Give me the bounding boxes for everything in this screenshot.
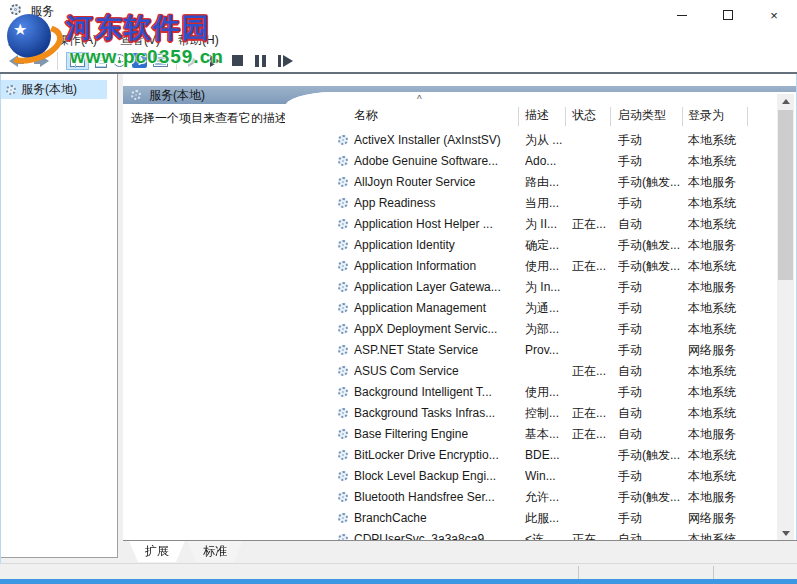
- maximize-button[interactable]: [705, 0, 751, 30]
- minimize-button[interactable]: [659, 0, 705, 30]
- service-gear-icon: [338, 198, 348, 208]
- table-row[interactable]: Background Intelligent T...使用...手动本地系统: [285, 382, 796, 403]
- column-divider[interactable]: [747, 107, 748, 126]
- cell-startup: 手动: [618, 319, 680, 340]
- cell-name: Application Host Helper ...: [354, 214, 516, 235]
- service-gear-icon: [338, 408, 348, 418]
- tab-extended[interactable]: 扩展: [129, 541, 185, 562]
- table-row[interactable]: Adobe Genuine Software...Ado...手动本地系统: [285, 151, 796, 172]
- table-row[interactable]: AllJoyn Router Service路由...手动(触发...本地服务: [285, 172, 796, 193]
- pause-service-button[interactable]: [255, 55, 266, 67]
- menu-help[interactable]: 帮助(H): [178, 32, 219, 49]
- table-row[interactable]: Base Filtering Engine基本...正在...自动本地服务: [285, 424, 796, 445]
- cell-desc: 为 II...: [525, 214, 569, 235]
- stop-service-button[interactable]: [232, 55, 243, 66]
- cell-startup: 手动: [618, 151, 680, 172]
- vertical-scrollbar[interactable]: [777, 94, 794, 540]
- service-gear-icon: [338, 471, 348, 481]
- cell-status: [572, 466, 616, 487]
- table-row[interactable]: ASP.NET State ServiceProv...手动网络服务: [285, 340, 796, 361]
- menu-action[interactable]: 操作(A): [57, 32, 97, 49]
- cell-name: ActiveX Installer (AxInstSV): [354, 130, 516, 151]
- column-divider[interactable]: [682, 107, 683, 126]
- cell-status: [572, 382, 616, 403]
- column-header-status[interactable]: 状态: [572, 104, 596, 126]
- cell-desc: Win...: [525, 466, 569, 487]
- table-row[interactable]: Bluetooth Handsfree Ser...允许...手动(触发...本…: [285, 487, 796, 508]
- cell-desc: 当用...: [525, 193, 569, 214]
- service-gear-icon: [338, 387, 348, 397]
- scroll-down-button[interactable]: [777, 526, 794, 540]
- table-row[interactable]: ASUS Com Service正在...自动本地系统: [285, 361, 796, 382]
- column-header-description[interactable]: 描述: [525, 104, 549, 126]
- table-row[interactable]: Application Management为通...手动本地系统: [285, 298, 796, 319]
- cell-status: [572, 340, 616, 361]
- minimize-icon: [677, 15, 687, 16]
- column-header-name[interactable]: 名称: [354, 104, 378, 126]
- restart-service-button[interactable]: [278, 55, 293, 67]
- pause-icon: [255, 55, 266, 67]
- services-content-pane: 服务(本地) 选择一个项目来查看它的描述。 ^ 名称 描述 状态 启动类型 登录…: [123, 74, 796, 540]
- cell-desc: 为部...: [525, 319, 569, 340]
- column-header-startup-type[interactable]: 启动类型: [618, 104, 666, 126]
- table-row[interactable]: Application Information使用...正在...手动(触发..…: [285, 256, 796, 277]
- cell-name: Background Tasks Infras...: [354, 403, 516, 424]
- back-button[interactable]: [9, 55, 26, 67]
- table-row[interactable]: BranchCache此服...手动网络服务: [285, 508, 796, 529]
- column-header-logon-as[interactable]: 登录为: [688, 104, 724, 126]
- cell-logon: 本地服务: [688, 487, 774, 508]
- column-divider[interactable]: [565, 107, 566, 126]
- cell-desc: 控制...: [525, 403, 569, 424]
- table-row[interactable]: ActiveX Installer (AxInstSV)为从 ...手动本地系统: [285, 130, 796, 151]
- service-gear-icon: [338, 219, 348, 229]
- cell-status: [572, 445, 616, 466]
- scroll-up-button[interactable]: [777, 94, 794, 109]
- service-gear-icon: [338, 135, 348, 145]
- list-header-row: ^ 名称 描述 状态 启动类型 登录为: [285, 92, 796, 130]
- start-service-button[interactable]: [210, 55, 220, 67]
- cell-name: Application Layer Gatewa...: [354, 277, 516, 298]
- cell-startup: 自动: [618, 403, 680, 424]
- service-gear-icon: [338, 345, 348, 355]
- menu-bar: 文件(F) 操作(A) 查看(V) 帮助(H): [0, 30, 797, 49]
- cell-desc: 基本...: [525, 424, 569, 445]
- cell-desc: 为 In...: [525, 277, 569, 298]
- table-row[interactable]: BitLocker Drive Encryptio...BDE...手动(触发.…: [285, 445, 796, 466]
- column-divider[interactable]: [610, 107, 611, 126]
- services-window: 服务 × 文件(F) 操作(A) 查看(V) 帮助(H) ?: [0, 0, 797, 584]
- cell-logon: 本地系统: [688, 382, 774, 403]
- table-row[interactable]: Block Level Backup Engi...Win...手动本地系统: [285, 466, 796, 487]
- table-row[interactable]: App Readiness当用...手动本地系统: [285, 193, 796, 214]
- table-row[interactable]: Application Layer Gatewa...为 In...手动本地服务: [285, 277, 796, 298]
- refresh-button[interactable]: [113, 54, 126, 67]
- tab-standard[interactable]: 标准: [187, 541, 243, 562]
- table-row[interactable]: Application Identity确定...手动(触发...本地服务: [285, 235, 796, 256]
- properties-button[interactable]: [95, 54, 107, 68]
- cell-logon: 本地系统: [688, 403, 774, 424]
- menu-view[interactable]: 查看(V): [120, 32, 160, 49]
- forward-button[interactable]: [32, 55, 49, 67]
- table-row[interactable]: AppX Deployment Servic...为部...手动本地系统: [285, 319, 796, 340]
- cell-logon: 本地系统: [688, 445, 774, 466]
- menu-file[interactable]: 文件(F): [8, 32, 47, 49]
- cell-startup: 手动(触发...: [618, 445, 680, 466]
- service-gear-icon: [338, 366, 348, 376]
- back-arrow-icon: [9, 55, 26, 67]
- console-tree-button[interactable]: [66, 52, 89, 70]
- cell-desc: 使用...: [525, 256, 569, 277]
- help-button[interactable]: ?: [132, 53, 147, 68]
- table-row[interactable]: Application Host Helper ...为 II...正在...自…: [285, 214, 796, 235]
- scrollbar-thumb[interactable]: [778, 110, 793, 280]
- export-list-button[interactable]: [153, 54, 168, 67]
- service-gear-icon: [338, 492, 348, 502]
- cell-desc: 使用...: [525, 382, 569, 403]
- properties-icon: [95, 54, 107, 68]
- cell-status: 正在...: [572, 214, 616, 235]
- close-button[interactable]: ×: [751, 0, 797, 30]
- table-row[interactable]: Background Tasks Infras...控制...正在...自动本地…: [285, 403, 796, 424]
- column-divider[interactable]: [518, 107, 519, 126]
- start-service-button-disabled[interactable]: [188, 55, 198, 67]
- table-row[interactable]: CDPUserSvc_3a3a8ca9<连...正在自动本地系统: [285, 529, 796, 540]
- tree-item-services-local[interactable]: 服务(本地): [1, 80, 107, 99]
- cell-status: [572, 172, 616, 193]
